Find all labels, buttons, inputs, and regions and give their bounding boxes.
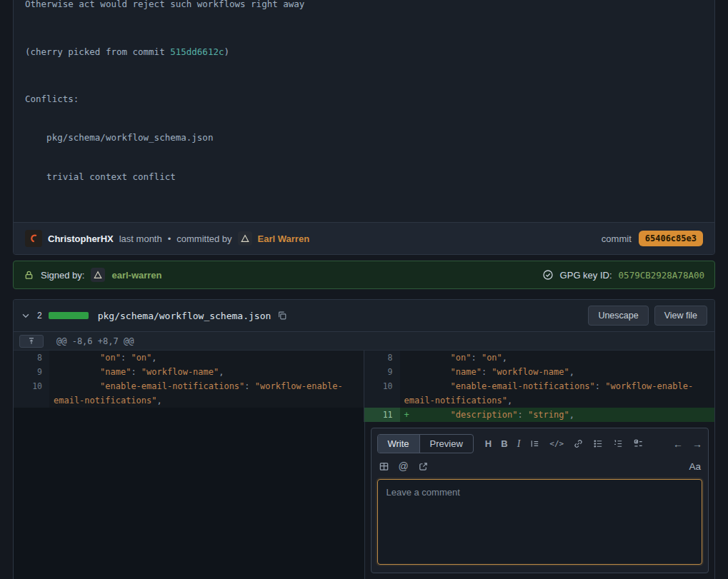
diff-line-number[interactable]: 9 <box>364 365 400 379</box>
code-segment <box>523 410 528 420</box>
file-actions: Unescape View file <box>588 306 707 326</box>
hunk-header-row: @@ -8,6 +8,7 @@ <box>14 332 714 351</box>
tab-write[interactable]: Write <box>378 435 419 453</box>
cherry-pick-commit-link[interactable]: 515dd6612c <box>170 46 224 57</box>
code-segment: : <box>471 353 476 363</box>
copy-path-icon[interactable] <box>277 311 287 321</box>
diff-code-cell[interactable]: "enable-email-notifications": "workflow-… <box>400 379 715 408</box>
signed-by-group: Signed by: earl-warren <box>24 268 162 282</box>
code-segment <box>409 367 451 377</box>
commit-body-line: (cherry picked from commit 515dd6612c) <box>25 46 703 59</box>
view-file-button[interactable]: View file <box>654 306 707 326</box>
code-segment <box>404 381 409 391</box>
task-list-icon[interactable] <box>633 438 644 449</box>
diff-code-cell[interactable] <box>49 408 364 422</box>
expand-hunk-button[interactable] <box>19 335 44 348</box>
dot-separator: • <box>168 233 171 244</box>
reference-icon-glyph <box>418 461 429 472</box>
heading-icon[interactable]: H <box>485 438 492 449</box>
diff-row: 8 "on": "on",8 "on": "on", <box>14 351 714 365</box>
signer-avatar[interactable] <box>91 268 105 282</box>
bullet-list-icon-glyph <box>593 438 604 449</box>
author-avatar[interactable] <box>25 230 42 247</box>
unescape-button[interactable]: Unescape <box>588 306 648 326</box>
cherry-pick-text: (cherry picked from commit <box>25 46 170 57</box>
tab-preview[interactable]: Preview <box>419 435 473 453</box>
code-segment <box>250 381 255 391</box>
diff-code-cell[interactable]: + "description": "string", <box>400 408 715 422</box>
link-icon[interactable] <box>573 438 584 449</box>
diff-code-cell[interactable]: "on": "on", <box>49 351 364 365</box>
commit-sha-badge[interactable]: 65406c85e3 <box>639 231 703 246</box>
numbered-list-icon-glyph <box>613 438 624 449</box>
bold-icon[interactable]: B <box>501 438 507 449</box>
signature-banner: Signed by: earl-warren GPG key ID: 0579C… <box>13 261 715 289</box>
diff-line-number[interactable]: 10 <box>364 379 400 408</box>
signer-name[interactable]: earl-warren <box>111 270 161 281</box>
code-segment: : <box>244 381 249 391</box>
numbered-list-icon[interactable] <box>613 438 624 449</box>
code-segment: "on" <box>451 353 472 363</box>
task-list-icon-glyph <box>633 438 644 449</box>
expand-up-icon <box>27 337 36 346</box>
diff-line-number[interactable]: 8 <box>14 351 49 365</box>
code-segment: , <box>507 396 512 406</box>
code-icon[interactable]: </> <box>549 439 564 448</box>
code-segment: , <box>502 353 507 363</box>
commit-body-line: Otherwise act would reject such workflow… <box>25 0 703 11</box>
diff-table: 8 "on": "on",8 "on": "on",9 "name": "wor… <box>14 351 714 422</box>
author-avatar-logo <box>27 232 40 245</box>
diff-line-number[interactable]: 11 <box>364 408 400 422</box>
committer-name[interactable]: Earl Warren <box>258 233 310 244</box>
diff-code-cell[interactable]: "name": "workflow-name", <box>400 365 715 379</box>
file-diff-header: 2 pkg/schema/workflow_schema.json Unesca… <box>14 300 714 332</box>
reference-icon[interactable] <box>418 461 429 472</box>
committed-by-text: committed by <box>176 233 231 244</box>
comment-textarea[interactable] <box>377 479 703 565</box>
gpg-key-label: GPG key ID: <box>560 270 612 281</box>
commit-time: last month <box>119 233 162 244</box>
code-segment: "description" <box>451 410 518 420</box>
code-segment <box>136 367 141 377</box>
file-diff-card: 2 pkg/schema/workflow_schema.json Unesca… <box>13 299 715 579</box>
diff-row: 10 "enable-email-notifications": "workfl… <box>14 379 714 408</box>
diff-line-number[interactable]: 10 <box>14 379 49 408</box>
file-name[interactable]: pkg/schema/workflow_schema.json <box>98 311 271 321</box>
table-icon[interactable] <box>379 461 389 472</box>
diff-line-number[interactable]: 8 <box>364 351 400 365</box>
code-segment: , <box>151 353 156 363</box>
code-segment: "on" <box>100 353 121 363</box>
diff-code-cell[interactable]: "name": "workflow-name", <box>49 365 364 379</box>
markdown-toolbar: H B I </> <box>485 438 702 450</box>
chevron-down-icon[interactable] <box>21 311 31 321</box>
editor-toolbar-row: Write Preview H B I </> <box>372 428 709 459</box>
code-segment <box>404 353 409 363</box>
author-name[interactable]: ChristopherHX <box>48 233 114 244</box>
gpg-key-group: GPG key ID: 0579CB2928A78A00 <box>542 269 704 281</box>
bullet-list-icon[interactable] <box>593 438 604 449</box>
editor-toolbar-row2: @ Aa <box>372 459 709 478</box>
diff-code-cell[interactable]: "on": "on", <box>400 351 715 365</box>
diff-line-number[interactable] <box>14 408 49 422</box>
mention-icon[interactable]: @ <box>399 460 409 472</box>
redo-icon[interactable]: → <box>692 438 702 450</box>
code-segment <box>409 381 451 391</box>
committer-avatar[interactable] <box>238 231 252 246</box>
text-size-icon[interactable]: Aa <box>689 461 701 472</box>
lock-icon <box>24 270 34 281</box>
diff-code-cell[interactable]: "enable-email-notifications": "workflow-… <box>49 379 364 408</box>
diff-row: 11+ "description": "string", <box>14 408 714 422</box>
code-segment: , <box>569 410 574 420</box>
hunk-header-text: @@ -8,6 +8,7 @@ <box>49 336 134 346</box>
code-segment: "workflow-name" <box>141 367 219 377</box>
file-additions-count: 2 <box>37 311 42 321</box>
italic-icon[interactable]: I <box>517 438 521 450</box>
signer-avatar-logo <box>93 270 103 280</box>
code-segment <box>409 410 451 420</box>
diff-line-number[interactable]: 9 <box>14 365 49 379</box>
quote-icon[interactable] <box>529 438 540 449</box>
undo-icon[interactable]: ← <box>673 438 683 450</box>
hunk-gutter <box>14 335 49 348</box>
code-segment: : <box>517 410 522 420</box>
inline-comment-row: Write Preview H B I </> <box>14 422 714 579</box>
